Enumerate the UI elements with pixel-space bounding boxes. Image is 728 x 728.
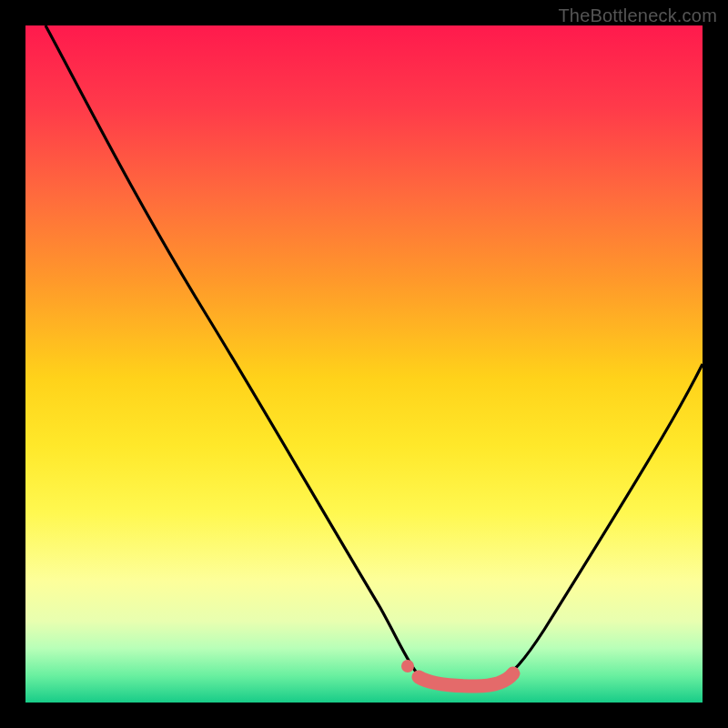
plot-area <box>25 25 703 703</box>
curve-layer <box>25 25 703 703</box>
optimum-range-bar <box>419 673 513 686</box>
watermark-text: TheBottleneck.com <box>558 5 717 26</box>
chart-frame: TheBottleneck.com <box>0 0 728 728</box>
optimum-start-dot <box>401 660 414 672</box>
bottleneck-curve <box>46 25 703 684</box>
